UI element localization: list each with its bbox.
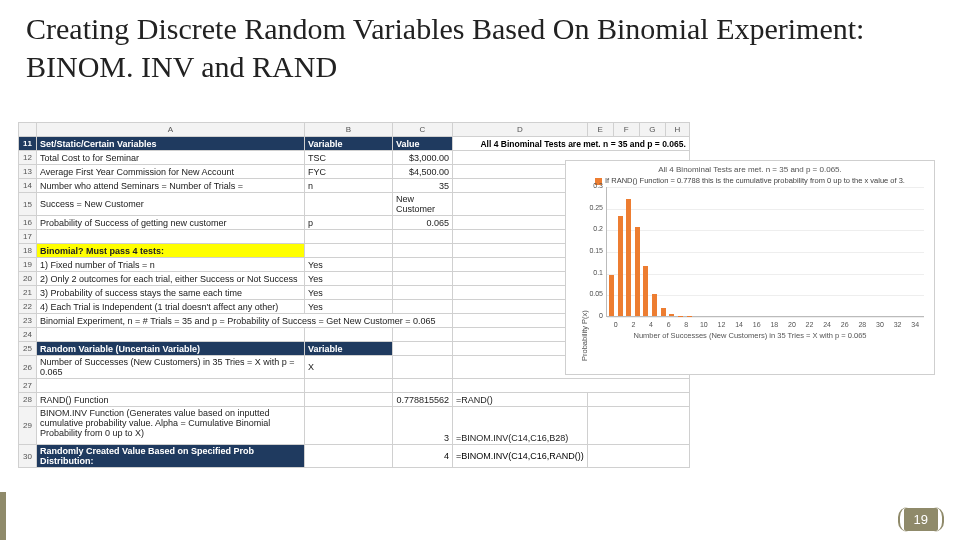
x-tick: 8 (677, 321, 695, 328)
cell: 35 (393, 179, 453, 193)
x-tick: 26 (836, 321, 854, 328)
col-header: F (613, 123, 639, 137)
row-num: 11 (19, 137, 37, 151)
x-tick: 22 (801, 321, 819, 328)
x-tick: 32 (889, 321, 907, 328)
corner-cell (19, 123, 37, 137)
probability-chart: All 4 Binominal Tests are met. n = 35 an… (565, 160, 935, 375)
cell: Average First Year Commission for New Ac… (37, 165, 305, 179)
row-num: 18 (19, 244, 37, 258)
x-tick: 28 (854, 321, 872, 328)
chart-plot-area: 0246810121416182022242628303234 00.050.1… (606, 187, 924, 317)
row-num: 12 (19, 151, 37, 165)
col-header: C (393, 123, 453, 137)
cell: Probability of Success of getting new cu… (37, 216, 305, 230)
row-num: 22 (19, 300, 37, 314)
page-title: Creating Discrete Random Variables Based… (0, 0, 960, 85)
row-num: 20 (19, 272, 37, 286)
cell: Value (393, 137, 453, 151)
chart-bar (609, 275, 614, 316)
y-tick: 0.05 (581, 290, 603, 297)
x-tick: 18 (765, 321, 783, 328)
x-tick: 16 (748, 321, 766, 328)
row-num: 26 (19, 356, 37, 379)
cell: FYC (305, 165, 393, 179)
cell: Variable (305, 342, 393, 356)
chart-title: All 4 Binominal Tests are met. n = 35 an… (566, 161, 934, 175)
cell: Binomial? Must pass 4 tests: (37, 244, 305, 258)
cell: Yes (305, 272, 393, 286)
x-tick: 24 (818, 321, 836, 328)
cell: n (305, 179, 393, 193)
cell: BINOM.INV Function (Generates value base… (37, 407, 305, 445)
cell: p (305, 216, 393, 230)
x-axis: 0246810121416182022242628303234 (607, 321, 924, 328)
cell: 2) Only 2 outcomes for each trial, eithe… (37, 272, 305, 286)
row-num: 24 (19, 328, 37, 342)
binomial-note: All 4 Binominal Tests are met. n = 35 an… (453, 137, 690, 151)
cell: Binomial Experiment, n = # Trials = 35 a… (37, 314, 453, 328)
x-tick: 34 (906, 321, 924, 328)
cell: 3) Probability of success stays the same… (37, 286, 305, 300)
col-header: B (305, 123, 393, 137)
cell: Number who attend Seminars = Number of T… (37, 179, 305, 193)
col-header: E (587, 123, 613, 137)
row-num: 16 (19, 216, 37, 230)
x-tick: 14 (730, 321, 748, 328)
cell: X (305, 356, 393, 379)
col-header: G (639, 123, 665, 137)
row-num: 28 (19, 393, 37, 407)
row-num: 13 (19, 165, 37, 179)
chart-legend: If RAND() Function = 0.7788 this is the … (566, 175, 934, 187)
row-num: 19 (19, 258, 37, 272)
row-num: 14 (19, 179, 37, 193)
cell: Success = New Customer (37, 193, 305, 216)
chart-bar (626, 199, 631, 316)
x-tick: 2 (625, 321, 643, 328)
x-tick: 10 (695, 321, 713, 328)
cell: 4) Each Trial is Independent (1 trial do… (37, 300, 305, 314)
chart-bar (652, 294, 657, 316)
cell: New Customer (393, 193, 453, 216)
cell: 4 (393, 445, 453, 468)
row-num: 29 (19, 407, 37, 445)
x-tick: 12 (713, 321, 731, 328)
formula-cell: =BINOM.INV(C14,C16,B28) (453, 407, 588, 445)
y-tick: 0.3 (581, 182, 603, 189)
chart-bar (643, 266, 648, 316)
row-num: 25 (19, 342, 37, 356)
chart-bar (661, 308, 666, 316)
cell: 0.778815562 (393, 393, 453, 407)
cell: Yes (305, 286, 393, 300)
cell (305, 193, 393, 216)
cell: 3 (393, 407, 453, 445)
legend-text: If RAND() Function = 0.7788 this is the … (605, 176, 905, 185)
cell: RAND() Function (37, 393, 305, 407)
cell: Total Cost to for Seminar (37, 151, 305, 165)
formula-cell: =BINOM.INV(C14,C16,RAND()) (453, 445, 588, 468)
decorative-bar (0, 492, 6, 540)
cell: 0.065 (393, 216, 453, 230)
cell: Yes (305, 258, 393, 272)
cell: Set/Static/Certain Variables (37, 137, 305, 151)
row-num: 21 (19, 286, 37, 300)
row-num: 27 (19, 379, 37, 393)
col-header: H (665, 123, 689, 137)
x-tick: 20 (783, 321, 801, 328)
y-tick: 0.1 (581, 269, 603, 276)
page-number-badge: 19 (898, 507, 944, 532)
cell: TSC (305, 151, 393, 165)
row-num: 30 (19, 445, 37, 468)
chart-bar (618, 216, 623, 316)
cell: Variable (305, 137, 393, 151)
row-num: 15 (19, 193, 37, 216)
y-tick: 0 (581, 312, 603, 319)
col-header: A (37, 123, 305, 137)
chart-bar (669, 314, 674, 316)
col-header: D (453, 123, 588, 137)
y-tick: 0.2 (581, 225, 603, 232)
page-number: 19 (904, 508, 938, 531)
row-num: 17 (19, 230, 37, 244)
cell: Random Variable (Uncertain Variable) (37, 342, 305, 356)
cell: 1) Fixed number of Trials = n (37, 258, 305, 272)
